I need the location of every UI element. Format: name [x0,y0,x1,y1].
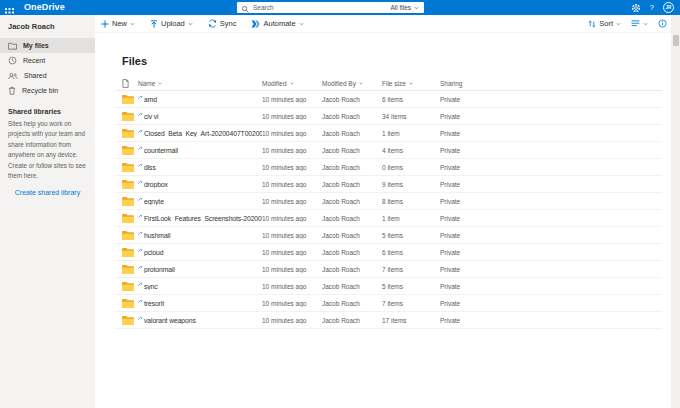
create-shared-library-link[interactable]: Create shared library [0,189,95,196]
table-row[interactable]: amd 10 minutes ago Jacob Roach 6 items P… [115,91,662,108]
doc-type-column-icon[interactable] [115,79,138,88]
modified-value: 10 minutes ago [262,181,322,188]
status-arrow-icon [138,266,142,269]
sidebar-item-recycle-bin[interactable]: Recycle bin [0,83,95,98]
sharing-value: Private [440,232,662,239]
file-size-value: 1 item [382,215,440,222]
sync-button[interactable]: Sync [208,19,237,28]
sidebar-item-shared[interactable]: Shared [0,68,95,83]
chevron-down-icon [299,22,304,26]
modified-by-value: Jacob Roach [322,317,382,324]
scrollbar-thumb[interactable] [673,35,679,46]
file-name: sync [138,283,262,290]
file-name: protonmail [138,266,262,273]
folder-icon [115,248,138,257]
search-input[interactable] [253,4,390,11]
file-name: pcloud [138,249,262,256]
folder-icon [115,316,138,325]
table-row[interactable]: dlss 10 minutes ago Jacob Roach 0 items … [115,159,662,176]
sidebar-user-name: Jacob Roach [0,15,95,38]
help-icon[interactable]: ? [650,4,654,12]
file-size-value: 4 items [382,147,440,154]
table-row[interactable]: egnyte 10 minutes ago Jacob Roach 8 item… [115,193,662,210]
folder-outline-icon [8,42,17,50]
scrollbar-track [671,15,680,408]
table-row[interactable]: Closed_Beta_Key_Art-20200407T002002Z-0..… [115,125,662,142]
brand-title[interactable]: OneDrive [24,0,65,15]
table-row[interactable]: protonmail 10 minutes ago Jacob Roach 7 … [115,261,662,278]
sharing-value: Private [440,249,662,256]
modified-value: 10 minutes ago [262,164,322,171]
status-arrow-icon [138,181,142,184]
info-icon [658,19,667,28]
settings-gear-icon[interactable] [631,3,641,13]
table-row[interactable]: hushmail 10 minutes ago Jacob Roach 5 it… [115,227,662,244]
sharing-value: Private [440,147,662,154]
modified-value: 10 minutes ago [262,147,322,154]
column-header-modified[interactable]: Modified [262,80,322,87]
page-title: Files [122,55,147,67]
table-row[interactable]: tresorit 10 minutes ago Jacob Roach 7 it… [115,295,662,312]
modified-value: 10 minutes ago [262,317,322,324]
info-button[interactable] [658,19,667,28]
sidebar-item-label: My files [23,42,49,49]
upload-button[interactable]: Upload [150,19,193,28]
table-row[interactable]: valorant weapons 10 minutes ago Jacob Ro… [115,312,662,329]
modified-by-value: Jacob Roach [322,130,382,137]
file-size-value: 1 item [382,130,440,137]
table-row[interactable]: pcloud 10 minutes ago Jacob Roach 6 item… [115,244,662,261]
modified-value: 10 minutes ago [262,198,322,205]
people-icon [8,72,18,80]
table-row[interactable]: sync 10 minutes ago Jacob Roach 5 items … [115,278,662,295]
avatar[interactable]: JR [663,2,674,13]
table-row[interactable]: dropbox 10 minutes ago Jacob Roach 9 ite… [115,176,662,193]
file-size-value: 7 items [382,300,440,307]
sort-button[interactable]: Sort [588,19,621,28]
table-row[interactable]: FirstLook_Features_Screenshots-20200407T… [115,210,662,227]
column-header-modified-by[interactable]: Modified By [322,80,382,87]
new-button[interactable]: New [101,19,135,28]
main-content: Files Name Modified Modified By File siz… [95,33,680,408]
modified-by-value: Jacob Roach [322,266,382,273]
status-arrow-icon [138,198,142,201]
search-scope-dropdown[interactable]: All files [390,4,419,11]
chevron-down-icon [643,22,648,26]
file-name: valorant weapons [138,317,262,324]
search-box[interactable]: All files [237,2,424,13]
file-size-value: 17 items [382,317,440,324]
sidebar-item-my-files[interactable]: My files [0,38,95,53]
chevron-down-icon [616,22,621,26]
plus-icon [101,20,109,28]
sharing-value: Private [440,130,662,137]
document-icon [122,79,129,88]
file-size-value: 6 items [382,96,440,103]
file-name: civ vi [138,113,262,120]
file-size-value: 6 items [382,249,440,256]
search-icon [242,0,249,17]
file-name: tresorit [138,300,262,307]
modified-by-value: Jacob Roach [322,147,382,154]
app-launcher-icon[interactable] [5,3,14,12]
file-size-value: 5 items [382,283,440,290]
modified-by-value: Jacob Roach [322,164,382,171]
folder-icon [115,180,138,189]
column-header-name[interactable]: Name [138,80,262,87]
status-arrow-icon [138,147,142,150]
modified-by-value: Jacob Roach [322,96,382,103]
modified-value: 10 minutes ago [262,249,322,256]
sidebar-item-recent[interactable]: Recent [0,53,95,68]
automate-button[interactable]: Automate [251,19,303,28]
column-header-sharing[interactable]: Sharing [440,80,662,87]
table-row[interactable]: civ vi 10 minutes ago Jacob Roach 34 ite… [115,108,662,125]
column-header-file-size[interactable]: File size [382,80,440,87]
table-row[interactable]: countermail 10 minutes ago Jacob Roach 4… [115,142,662,159]
file-size-value: 9 items [382,181,440,188]
file-name: countermail [138,147,262,154]
sidebar-item-label: Shared [24,72,47,79]
status-arrow-icon [138,113,142,116]
view-options-button[interactable] [631,20,648,27]
modified-value: 10 minutes ago [262,215,322,222]
sharing-value: Private [440,198,662,205]
file-size-value: 5 items [382,232,440,239]
upload-icon [150,20,158,28]
